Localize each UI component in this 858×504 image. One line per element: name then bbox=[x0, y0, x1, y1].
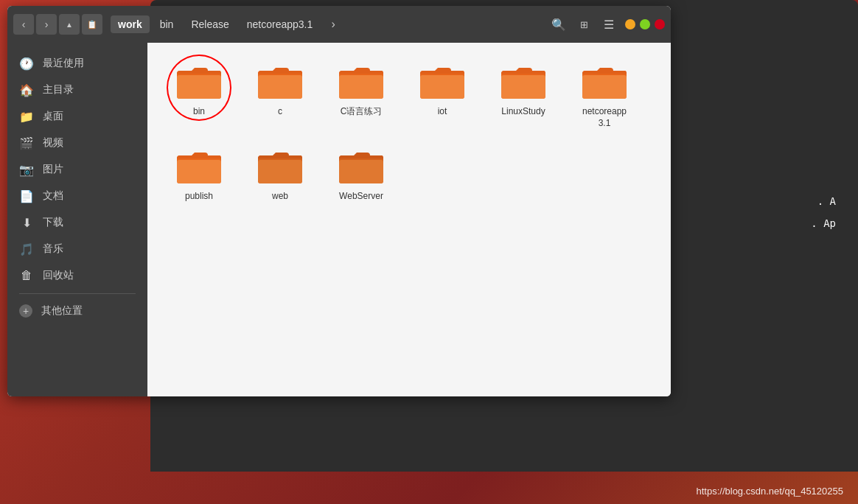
file-item-publish[interactable]: publish bbox=[162, 142, 236, 209]
sidebar-item-home[interactable]: 🏠 主目录 bbox=[7, 77, 147, 103]
svg-rect-17 bbox=[339, 160, 383, 183]
menu-button[interactable]: ☰ bbox=[599, 14, 619, 35]
minimize-button[interactable] bbox=[625, 19, 635, 29]
sidebar-item-recent[interactable]: 🕐 最近使用 bbox=[7, 50, 147, 77]
file-area: bin c bbox=[147, 43, 671, 396]
file-item-clang[interactable]: C语言练习 bbox=[324, 57, 398, 135]
back-button[interactable]: ‹ bbox=[13, 14, 34, 35]
search-button[interactable]: 🔍 bbox=[548, 14, 569, 35]
clang-label: C语言练习 bbox=[341, 106, 383, 118]
file-item-web[interactable]: web bbox=[243, 142, 317, 209]
sidebar-label-other: 其他位置 bbox=[41, 304, 83, 318]
breadcrumb-work[interactable]: work bbox=[111, 15, 150, 33]
netcoreapp-label: netcoreapp3.1 bbox=[582, 106, 627, 129]
more-breadcrumb-button[interactable]: › bbox=[323, 14, 343, 35]
music-icon: 🎵 bbox=[19, 242, 34, 256]
sidebar-label-recent: 最近使用 bbox=[43, 57, 84, 70]
close-button[interactable] bbox=[655, 19, 665, 29]
sidebar-label-video: 视频 bbox=[43, 136, 63, 150]
svg-rect-1 bbox=[177, 75, 221, 99]
window-controls bbox=[625, 19, 665, 29]
iot-label: iot bbox=[438, 106, 447, 118]
file-item-linuxstudy[interactable]: LinuxStudy bbox=[486, 57, 560, 135]
web-label: web bbox=[272, 191, 288, 203]
breadcrumb-netcoreapp[interactable]: netcoreapp3.1 bbox=[240, 15, 321, 33]
location-bar: work bin Release netcoreapp3.1 › bbox=[111, 14, 543, 35]
sidebar-item-photo[interactable]: 📷 图片 bbox=[7, 156, 147, 183]
sidebar: 🕐 最近使用 🏠 主目录 📁 桌面 🎬 视频 📷 图片 📄 文档 bbox=[7, 43, 147, 396]
desktop-icon: 📁 bbox=[19, 109, 34, 124]
sidebar-label-doc: 文档 bbox=[43, 189, 63, 203]
download-icon: ⬇ bbox=[19, 215, 34, 230]
sidebar-item-music[interactable]: 🎵 音乐 bbox=[7, 236, 147, 262]
file-manager-window: ‹ › ▲ 📋 work bin Release netcoreapp3.1 ›… bbox=[7, 6, 671, 396]
file-item-iot[interactable]: iot bbox=[405, 57, 479, 135]
sidebar-label-photo: 图片 bbox=[43, 163, 63, 176]
sidebar-item-doc[interactable]: 📄 文档 bbox=[7, 183, 147, 209]
doc-icon: 📄 bbox=[19, 189, 34, 203]
trash-icon: 🗑 bbox=[19, 268, 34, 283]
sidebar-divider bbox=[19, 293, 136, 294]
sidebar-item-video[interactable]: 🎬 视频 bbox=[7, 130, 147, 156]
sidebar-item-other[interactable]: + 其他位置 bbox=[7, 298, 147, 323]
title-bar: ‹ › ▲ 📋 work bin Release netcoreapp3.1 ›… bbox=[7, 6, 671, 43]
sidebar-label-desktop: 桌面 bbox=[43, 110, 63, 123]
linuxstudy-folder-icon bbox=[500, 63, 547, 102]
clang-folder-icon bbox=[338, 63, 385, 102]
bin-label: bin bbox=[193, 106, 205, 118]
file-grid: bin c bbox=[162, 57, 656, 209]
terminal-line1: . A bbox=[817, 195, 836, 207]
photo-icon: 📷 bbox=[19, 162, 34, 177]
maximize-button[interactable] bbox=[640, 19, 650, 29]
sidebar-label-music: 音乐 bbox=[43, 242, 63, 256]
publish-folder-icon bbox=[175, 148, 223, 186]
history-button[interactable]: 📋 bbox=[82, 14, 102, 35]
sidebar-label-download: 下载 bbox=[43, 216, 63, 229]
sidebar-item-download[interactable]: ⬇ 下载 bbox=[7, 209, 147, 236]
file-item-netcoreapp[interactable]: netcoreapp3.1 bbox=[568, 57, 641, 135]
sidebar-label-trash: 回收站 bbox=[43, 269, 74, 282]
video-icon: 🎬 bbox=[19, 136, 34, 150]
svg-rect-15 bbox=[258, 160, 302, 183]
file-item-c[interactable]: c bbox=[243, 57, 317, 135]
svg-rect-9 bbox=[501, 75, 545, 99]
forward-button[interactable]: › bbox=[36, 14, 57, 35]
sidebar-item-desktop[interactable]: 📁 桌面 bbox=[7, 103, 147, 130]
view-toggle-button[interactable]: ⊞ bbox=[573, 14, 594, 35]
url-bar: https://blog.csdn.net/qq_45120255 bbox=[697, 486, 844, 497]
iot-folder-icon bbox=[419, 63, 466, 102]
sidebar-item-trash[interactable]: 🗑 回收站 bbox=[7, 262, 147, 289]
bin-folder-icon bbox=[175, 63, 223, 102]
webserver-folder-icon bbox=[338, 148, 385, 186]
svg-rect-3 bbox=[258, 75, 302, 99]
svg-rect-5 bbox=[339, 75, 383, 99]
breadcrumb-release[interactable]: Release bbox=[184, 15, 236, 33]
add-icon: + bbox=[19, 304, 32, 318]
breadcrumb-bin[interactable]: bin bbox=[153, 15, 181, 33]
svg-rect-11 bbox=[582, 75, 627, 99]
home-icon: 🏠 bbox=[19, 83, 34, 97]
netcoreapp-folder-icon bbox=[581, 63, 628, 102]
up-button[interactable]: ▲ bbox=[59, 14, 80, 35]
file-item-bin[interactable]: bin bbox=[162, 57, 236, 135]
c-label: c bbox=[278, 106, 282, 118]
webserver-label: WebServer bbox=[339, 191, 383, 203]
sidebar-label-home: 主目录 bbox=[43, 83, 74, 97]
c-folder-icon bbox=[257, 63, 304, 102]
publish-label: publish bbox=[185, 191, 213, 203]
svg-rect-7 bbox=[420, 75, 464, 99]
file-item-webserver[interactable]: WebServer bbox=[324, 142, 398, 209]
bin-folder-wrapper bbox=[175, 63, 223, 102]
linuxstudy-label: LinuxStudy bbox=[501, 106, 545, 118]
web-folder-icon bbox=[257, 148, 304, 186]
main-content: 🕐 最近使用 🏠 主目录 📁 桌面 🎬 视频 📷 图片 📄 文档 bbox=[7, 43, 671, 396]
terminal-line2: . Ap bbox=[811, 217, 836, 229]
clock-icon: 🕐 bbox=[19, 56, 34, 71]
toolbar-right: 🔍 ⊞ ☰ bbox=[548, 14, 619, 35]
svg-rect-13 bbox=[177, 160, 221, 183]
